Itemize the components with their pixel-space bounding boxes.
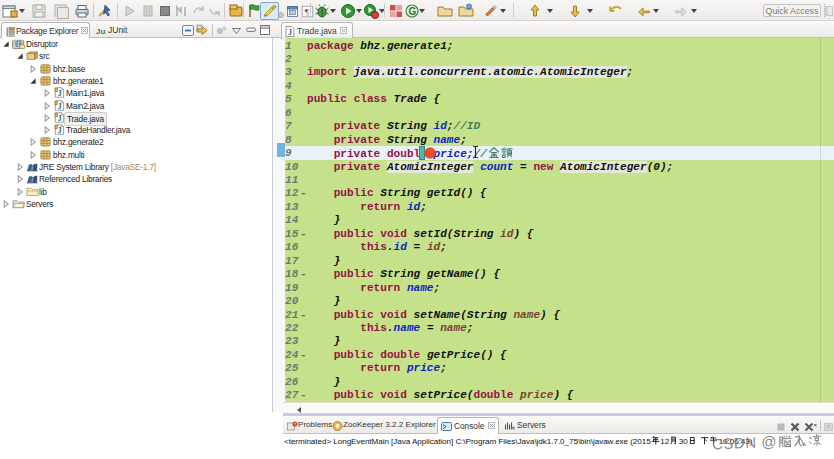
svg-text:J: J — [57, 89, 61, 98]
svg-text:J: J — [57, 114, 61, 123]
svg-text:¶: ¶ — [305, 7, 309, 17]
svg-text:J: J — [57, 126, 61, 135]
svg-text:G: G — [409, 6, 417, 17]
svg-text:J: J — [288, 28, 292, 37]
svg-text:J: J — [57, 101, 61, 110]
